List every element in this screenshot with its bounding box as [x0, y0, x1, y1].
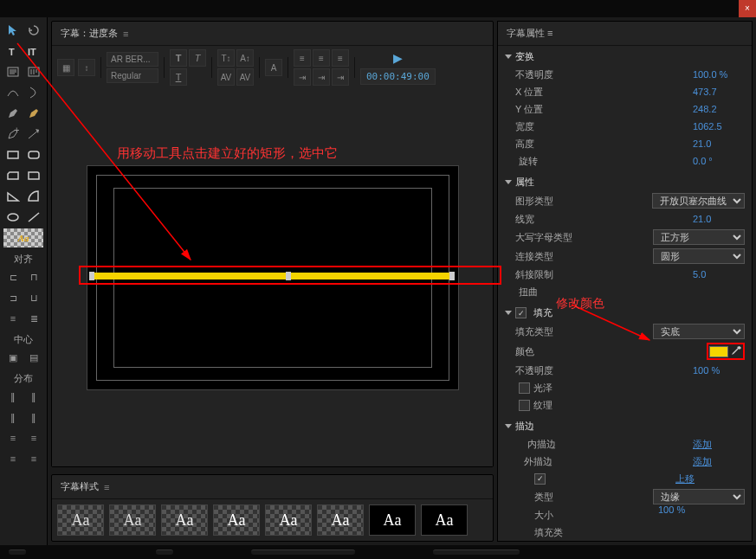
align-top[interactable]: ⊔ — [24, 288, 43, 307]
underline-button[interactable]: T — [170, 68, 187, 86]
selected-rectangle[interactable] — [79, 266, 501, 285]
kerning-icon[interactable]: AV — [217, 68, 235, 86]
panel-menu-icon[interactable]: ≡ — [123, 29, 128, 39]
font-size-icon[interactable]: T↕ — [217, 49, 235, 67]
fill-color-swatch[interactable] — [709, 346, 728, 357]
selection-tool[interactable] — [3, 21, 23, 40]
dist-6[interactable]: ≡ — [24, 428, 43, 447]
outer-stroke-add[interactable]: 添加 — [693, 455, 745, 468]
rectangle-tool[interactable] — [3, 145, 23, 164]
center-v[interactable]: ▤ — [24, 348, 43, 367]
tracking-icon[interactable]: AV — [236, 68, 254, 86]
pen-add-tool[interactable] — [24, 104, 43, 123]
move-up-link[interactable]: 上移 — [675, 472, 745, 485]
inner-stroke-add[interactable]: 添加 — [693, 438, 745, 451]
texture-checkbox[interactable] — [519, 400, 530, 411]
rounded-corner-tool[interactable] — [24, 166, 43, 185]
attributes-section[interactable]: 属性 — [498, 173, 752, 191]
stroke-type-select[interactable]: 边缘 — [653, 489, 745, 504]
path-type-tool[interactable] — [3, 83, 23, 102]
handle-center[interactable] — [286, 272, 291, 280]
taskbar-item[interactable] — [433, 549, 520, 555]
dist-1[interactable]: ‖ — [3, 387, 23, 406]
eyedropper-icon[interactable] — [730, 345, 742, 357]
stroke-size-value[interactable]: 100 % — [658, 504, 710, 515]
handle-left[interactable] — [89, 272, 94, 280]
title-canvas[interactable] — [87, 165, 459, 390]
opacity-value[interactable]: 100.0 % — [693, 69, 745, 80]
taskbar-item[interactable] — [156, 549, 173, 555]
sheen-checkbox[interactable] — [519, 382, 530, 394]
align-right[interactable]: ⊐ — [3, 288, 23, 307]
rotate-tool[interactable] — [24, 21, 43, 40]
align-bottom[interactable]: ≣ — [24, 309, 43, 328]
tab1-icon[interactable]: ⇥ — [294, 68, 311, 86]
font-weight-dropdown[interactable]: Regular — [107, 68, 158, 83]
tab3-icon[interactable]: ⇥ — [332, 68, 349, 86]
fill-section[interactable]: ✓填充 — [498, 304, 752, 322]
style-swatch[interactable]: Aa — [421, 504, 468, 536]
caps-select[interactable]: 正方形 — [653, 229, 745, 245]
dist-4[interactable]: ‖ — [24, 408, 43, 427]
align-center-h[interactable]: ⊓ — [24, 267, 43, 286]
join-select[interactable]: 圆形 — [653, 248, 745, 264]
props-menu-icon[interactable]: ≡ — [547, 28, 552, 38]
video-preview-icon[interactable]: ▶ — [393, 51, 403, 65]
pen-delete-tool[interactable]: + — [3, 125, 23, 144]
leading-icon[interactable]: A↕ — [236, 49, 254, 67]
fill-checkbox[interactable]: ✓ — [515, 307, 527, 318]
align-left-text[interactable]: ≡ — [294, 49, 311, 67]
style-swatch[interactable]: Aa — [317, 504, 364, 536]
rounded-rectangle-tool[interactable] — [24, 145, 43, 164]
taskbar-item[interactable] — [9, 549, 26, 555]
style-swatch[interactable]: Aa — [161, 504, 208, 536]
dist-5[interactable]: ≡ — [3, 428, 23, 447]
dist-3[interactable]: ‖ — [3, 408, 23, 427]
templates-icon[interactable]: ▦ — [57, 59, 74, 76]
vertical-type-tool[interactable]: IT — [24, 42, 43, 61]
type-tool[interactable]: T — [3, 42, 23, 61]
style-swatch[interactable]: Aa — [57, 504, 104, 536]
align-center-text[interactable]: ≡ — [313, 49, 330, 67]
style-swatch[interactable]: Aa — [213, 504, 260, 536]
miter-value[interactable]: 5.0 — [693, 269, 745, 280]
align-left[interactable]: ⊏ — [3, 267, 23, 286]
center-h[interactable]: ▣ — [3, 348, 23, 367]
dist-8[interactable]: ≡ — [24, 449, 43, 468]
arc-tool[interactable] — [24, 187, 43, 206]
stroke-section[interactable]: 描边 — [498, 417, 752, 435]
path-vertical-tool[interactable] — [24, 83, 43, 102]
outer-stroke-checkbox[interactable]: ✓ — [534, 473, 546, 485]
baseline-icon[interactable]: A — [265, 59, 282, 76]
text-sample-tool[interactable]: Aa — [3, 228, 43, 247]
align-middle[interactable]: ≡ — [3, 309, 23, 328]
wedge-tool[interactable] — [3, 187, 23, 206]
graphic-type-select[interactable]: 开放贝塞尔曲线 — [652, 193, 745, 209]
style-swatch[interactable]: Aa — [369, 504, 416, 536]
y-value[interactable]: 248.2 — [693, 104, 745, 114]
dist-7[interactable]: ≡ — [3, 449, 23, 468]
style-swatch[interactable]: Aa — [109, 504, 156, 536]
width-value[interactable]: 1062.5 — [693, 121, 745, 132]
handle-right[interactable] — [449, 272, 455, 280]
transform-section[interactable]: 变换 — [498, 48, 752, 66]
roll-icon[interactable]: ↕ — [78, 59, 95, 76]
x-value[interactable]: 473.7 — [693, 87, 745, 97]
timecode-display[interactable]: 00:00:49:00 — [360, 68, 436, 85]
style-swatch[interactable]: Aa — [265, 504, 312, 536]
rotation-value[interactable]: 0.0 ° — [693, 156, 745, 166]
close-button[interactable]: × — [739, 0, 756, 17]
italic-button[interactable]: T — [189, 49, 206, 67]
font-family-dropdown[interactable]: AR BER... — [107, 52, 158, 67]
align-right-text[interactable]: ≡ — [332, 49, 349, 67]
styles-menu-icon[interactable]: ≡ — [104, 482, 109, 492]
tab2-icon[interactable]: ⇥ — [313, 68, 330, 86]
line-tool[interactable] — [24, 208, 43, 227]
fill-opacity-value[interactable]: 100 % — [693, 365, 745, 376]
clipped-rectangle-tool[interactable] — [3, 166, 23, 185]
taskbar-item[interactable] — [251, 549, 355, 555]
vertical-area-type-tool[interactable] — [24, 62, 43, 81]
height-value[interactable]: 21.0 — [693, 138, 745, 149]
dist-2[interactable]: ‖ — [24, 387, 43, 406]
convert-point-tool[interactable] — [24, 125, 43, 144]
